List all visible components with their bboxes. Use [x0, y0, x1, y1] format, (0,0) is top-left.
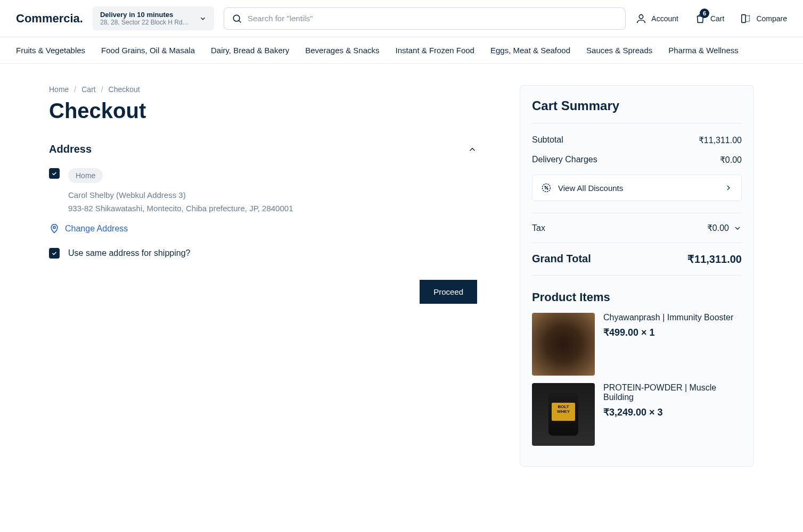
address-option[interactable]: Home: [49, 168, 477, 183]
breadcrumb: Home / Cart / Checkout: [49, 85, 477, 94]
proceed-button[interactable]: Proceed: [420, 280, 477, 304]
product-price: ₹3,249.00 × 3: [603, 406, 742, 418]
nav-food-grains[interactable]: Food Grains, Oil & Masala: [101, 37, 195, 63]
crumb-current: Checkout: [109, 85, 140, 94]
crumb-sep: /: [74, 85, 76, 94]
chevron-down-icon: [733, 224, 742, 232]
page-title: Checkout: [49, 99, 477, 123]
svg-point-6: [545, 186, 546, 187]
product-name: Chyawanprash | Immunity Booster: [603, 313, 733, 322]
cart-link[interactable]: 6 Cart: [694, 13, 724, 24]
cart-count-badge: 6: [700, 9, 709, 18]
view-discounts-button[interactable]: View All Discounts: [532, 174, 742, 201]
discount-icon: [541, 182, 552, 193]
search-icon: [232, 13, 242, 24]
same-shipping-checkbox[interactable]: [49, 248, 60, 259]
nav-fruits-vegetables[interactable]: Fruits & Vegetables: [16, 37, 85, 63]
compare-label: Compare: [756, 14, 787, 23]
delivery-row: Delivery Charges ₹0.00: [532, 155, 742, 165]
nav-sauces-spreads[interactable]: Sauces & Spreads: [586, 37, 652, 63]
product-image: [532, 313, 595, 376]
address-full: 933-82 Shikawatashi, Montecito, Chiba pr…: [68, 204, 477, 213]
address-radio-checked[interactable]: [49, 168, 60, 179]
site-header: Commercia. Delivery in 10 minutes 28, 28…: [0, 0, 803, 37]
address-section-toggle[interactable]: Address: [49, 143, 477, 155]
crumb-sep: /: [101, 85, 103, 94]
svg-point-0: [233, 15, 240, 21]
compare-icon: [740, 13, 752, 24]
grand-total-row: Grand Total ₹11,311.00: [532, 253, 742, 265]
category-nav: Fruits & Vegetables Food Grains, Oil & M…: [0, 37, 803, 64]
discounts-label: View All Discounts: [558, 184, 623, 193]
delivery-time: Delivery in 10 minutes: [100, 11, 191, 19]
subtotal-value: ₹11,311.00: [699, 135, 742, 145]
nav-beverages-snacks[interactable]: Beverages & Snacks: [305, 37, 379, 63]
account-label: Account: [651, 14, 678, 23]
tax-label: Tax: [532, 223, 545, 233]
tax-value-wrap: ₹0.00: [707, 223, 742, 233]
tax-row[interactable]: Tax ₹0.00: [532, 223, 742, 233]
chevron-up-icon: [468, 145, 477, 154]
cart-summary: Cart Summary Subtotal ₹11,311.00 Deliver…: [520, 85, 754, 467]
tax-value: ₹0.00: [707, 223, 729, 233]
address-heading: Address: [49, 143, 92, 155]
cart-label: Cart: [710, 14, 724, 23]
product-item: PROTEIN-POWDER | Muscle Building ₹3,249.…: [532, 383, 742, 446]
product-name: PROTEIN-POWDER | Muscle Building: [603, 383, 742, 402]
search-input[interactable]: [248, 14, 618, 23]
divider: [532, 213, 742, 213]
change-address-button[interactable]: Change Address: [49, 223, 477, 234]
compare-link[interactable]: Compare: [740, 13, 787, 24]
delivery-text: Delivery in 10 minutes 28, 28, Sector 22…: [100, 11, 191, 26]
divider: [532, 243, 742, 243]
check-icon: [51, 170, 58, 177]
proceed-wrap: Proceed: [49, 280, 477, 304]
page-container: Home / Cart / Checkout Checkout Address …: [18, 64, 785, 488]
same-shipping-label: Use same address for shipping?: [68, 248, 190, 258]
search-wrap: [224, 7, 626, 30]
total-label: Grand Total: [532, 253, 591, 265]
svg-point-7: [547, 188, 548, 189]
svg-line-1: [239, 20, 241, 22]
same-shipping-row: Use same address for shipping?: [49, 248, 477, 259]
address-details: Carol Shelby (Webkul Address 3) 933-82 S…: [49, 190, 477, 213]
svg-point-2: [640, 14, 643, 18]
change-address-label: Change Address: [65, 224, 128, 234]
nav-pharma-wellness[interactable]: Pharma & Wellness: [668, 37, 738, 63]
brand-logo[interactable]: Commercia.: [16, 12, 83, 26]
nav-dairy-bread[interactable]: Dairy, Bread & Bakery: [211, 37, 289, 63]
header-actions: Account 6 Cart Compare: [635, 13, 787, 24]
check-icon: [51, 250, 58, 256]
delivery-selector[interactable]: Delivery in 10 minutes 28, 28, Sector 22…: [93, 6, 214, 30]
crumb-cart[interactable]: Cart: [81, 85, 95, 94]
subtotal-row: Subtotal ₹11,311.00: [532, 135, 742, 145]
product-info: Chyawanprash | Immunity Booster ₹499.00 …: [603, 313, 733, 376]
svg-rect-3: [742, 14, 745, 22]
total-value: ₹11,311.00: [687, 253, 742, 265]
subtotal-label: Subtotal: [532, 135, 563, 145]
account-link[interactable]: Account: [635, 13, 678, 24]
product-price: ₹499.00 × 1: [603, 327, 733, 338]
product-item: Chyawanprash | Immunity Booster ₹499.00 …: [532, 313, 742, 376]
user-icon: [635, 13, 647, 24]
delivery-label: Delivery Charges: [532, 155, 597, 165]
location-pin-icon: [49, 223, 60, 234]
chevron-down-icon: [199, 15, 207, 22]
cart-icon-wrap: 6: [694, 13, 706, 24]
summary-title: Cart Summary: [532, 98, 742, 123]
address-name: Carol Shelby (Webkul Address 3): [68, 190, 477, 200]
delivery-address: 28, 28, Sector 22 Block H Rd, H Bloc...: [100, 19, 191, 26]
divider: [532, 275, 742, 276]
address-type-badge: Home: [68, 168, 103, 183]
product-items-title: Product Items: [532, 290, 742, 304]
product-info: PROTEIN-POWDER | Muscle Building ₹3,249.…: [603, 383, 742, 446]
checkout-main: Home / Cart / Checkout Checkout Address …: [49, 85, 477, 467]
product-image: [532, 383, 595, 446]
delivery-value: ₹0.00: [720, 155, 742, 165]
nav-instant-frozen[interactable]: Instant & Frozen Food: [396, 37, 474, 63]
cart-summary-panel: Cart Summary Subtotal ₹11,311.00 Deliver…: [520, 85, 754, 467]
search-box[interactable]: [224, 7, 626, 30]
crumb-home[interactable]: Home: [49, 85, 69, 94]
svg-point-4: [53, 226, 55, 228]
nav-eggs-meat[interactable]: Eggs, Meat & Seafood: [490, 37, 570, 63]
